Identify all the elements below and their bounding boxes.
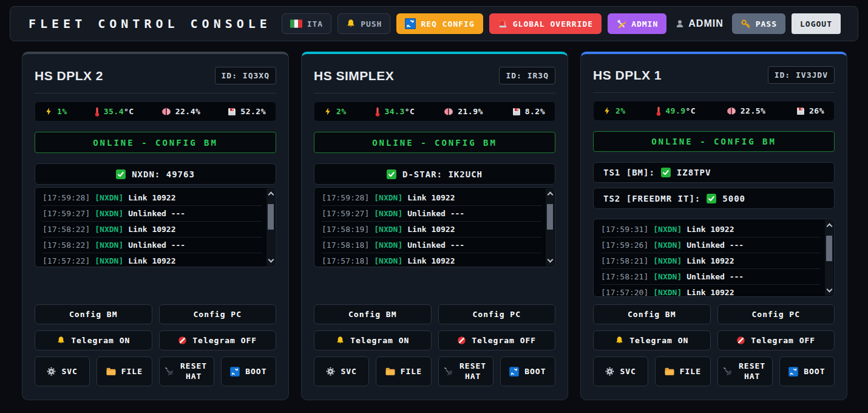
prohibited-icon (178, 336, 187, 345)
log-entry: [17:58:21][NXDN]Unlinked --- (601, 269, 821, 285)
svc-button[interactable]: SVC (314, 357, 369, 386)
thermometer-icon (656, 106, 661, 116)
file-button[interactable]: FILE (655, 357, 710, 386)
config-bm-button[interactable]: Config BM (593, 304, 711, 324)
prohibited-icon (736, 336, 745, 345)
device-cards: HS DPLX 2 ID: IQ3XQ 1% 35.4°C 22.4% 52.2… (22, 52, 847, 400)
header-actions: ITA PUSH REQ CONFIG GLOBAL OVERRIDE ADMI (282, 13, 841, 34)
log-entry: [17:58:22][NXDN]Link 10922 (42, 222, 262, 237)
temperature-stat: 35.4°C (95, 107, 134, 117)
req-config-button[interactable]: REQ CONFIG (396, 13, 483, 34)
folder-icon (385, 367, 395, 375)
check-icon (116, 169, 126, 179)
config-pc-button[interactable]: Config PC (159, 304, 277, 324)
telegram-off-button[interactable]: Telegram OFF (717, 330, 835, 350)
check-icon (387, 169, 396, 179)
reset-hat-button[interactable]: RESET HAT (159, 357, 214, 386)
log-scrollbar[interactable] (266, 188, 275, 266)
mode-indicator: D-STAR: IK2UCH (314, 163, 555, 185)
global-override-label: GLOBAL OVERRIDE (513, 19, 593, 29)
floppy-disk-icon (512, 108, 521, 116)
scrollbar-thumb[interactable] (547, 204, 553, 230)
push-label: PUSH (361, 19, 382, 29)
scrollbar-thumb[interactable] (826, 236, 832, 261)
cpu-stat: 21.9% (444, 107, 483, 116)
logout-button[interactable]: LOGOUT (792, 13, 841, 34)
device-id-badge: ID: IQ3XQ (215, 67, 276, 84)
reset-hat-button[interactable]: RESET HAT (717, 357, 773, 386)
log-pane: [17:59:28][NXDN]Link 10922 [17:59:27][NX… (314, 187, 555, 267)
scroll-down-icon[interactable] (826, 287, 832, 293)
card-actions: Config BM Config PC Telegram ON Telegram… (35, 297, 276, 386)
divider (314, 93, 555, 94)
floppy-disk-icon (228, 108, 236, 116)
app-header: FLEET CONTROL CONSOLE ITA PUSH REQ CONFI… (10, 6, 858, 41)
telegram-on-button[interactable]: Telegram ON (314, 330, 432, 350)
stats-bar: 2% 34.3°C 21.9% 8.2% (314, 101, 555, 121)
scroll-up-icon[interactable] (268, 192, 274, 198)
file-button[interactable]: FILE (97, 357, 152, 386)
folder-icon (106, 367, 116, 375)
boot-button[interactable]: BOOT (500, 357, 555, 386)
battery-stat: 1% (45, 107, 67, 116)
mode-indicator-ts2: TS2 [FREEDMR IT]: 5000 (593, 188, 835, 208)
ram-stat: 52.2% (228, 107, 266, 116)
language-button[interactable]: ITA (282, 13, 331, 34)
scroll-up-icon[interactable] (826, 223, 832, 229)
boot-sync-icon (509, 367, 519, 377)
user-badge-label: ADMIN (688, 18, 723, 29)
app-title: FLEET CONTROL CONSOLE (29, 16, 271, 31)
card-title: HS DPLX 2 (35, 69, 103, 82)
config-pc-button[interactable]: Config PC (438, 304, 556, 324)
log-scrollbar[interactable] (546, 188, 554, 266)
file-button[interactable]: FILE (376, 357, 431, 386)
telegram-on-button[interactable]: Telegram ON (593, 330, 711, 350)
push-button[interactable]: PUSH (337, 13, 390, 34)
svc-button[interactable]: SVC (593, 357, 648, 386)
bell-icon (346, 19, 356, 29)
log-scrollbar[interactable] (825, 220, 833, 296)
ram-stat: 8.2% (512, 107, 545, 116)
svc-button[interactable]: SVC (35, 357, 90, 386)
telegram-on-button[interactable]: Telegram ON (35, 330, 152, 350)
scrollbar-track (825, 231, 833, 285)
thermometer-icon (95, 107, 100, 117)
log-pane: [17:59:31][NXDN]Link 10922 [17:59:26][NX… (593, 219, 835, 297)
user-badge: ADMIN (673, 18, 725, 29)
bell-icon (336, 336, 345, 345)
device-card-hs-simplex: HS SIMPLEX ID: IR3Q 2% 34.3°C 21.9% 8.2%… (301, 52, 568, 400)
thermometer-icon (375, 107, 380, 117)
config-bm-button[interactable]: Config BM (35, 304, 152, 324)
status-banner: ONLINE - CONFIG BM (593, 131, 835, 152)
log-entry: [17:58:22][NXDN]Unlinked --- (42, 237, 262, 253)
lightning-icon (45, 107, 53, 116)
scroll-down-icon[interactable] (547, 257, 553, 263)
scroll-up-icon[interactable] (547, 192, 553, 198)
admin-panel-button[interactable]: ADMIN (608, 13, 666, 34)
boot-button[interactable]: BOOT (779, 357, 835, 386)
pass-button[interactable]: PASS (732, 13, 785, 34)
device-id-badge: ID: IR3Q (499, 67, 555, 84)
prohibited-icon (457, 336, 466, 345)
global-override-button[interactable]: GLOBAL OVERRIDE (489, 13, 602, 34)
scroll-down-icon[interactable] (268, 257, 274, 263)
boot-button[interactable]: BOOT (221, 357, 276, 386)
log-entry: [17:58:19][NXDN]Link 10922 (322, 222, 541, 237)
device-card-hs-dplx-1: HS DPLX 1 ID: IV3JDV 2% 49.9°C 22.5% 26%… (580, 52, 847, 400)
gear-icon (47, 367, 56, 376)
scrollbar-thumb[interactable] (268, 204, 274, 230)
config-bm-button[interactable]: Config BM (314, 304, 432, 324)
telegram-off-button[interactable]: Telegram OFF (438, 330, 556, 350)
plug-icon (444, 367, 453, 376)
brain-icon (444, 108, 453, 115)
check-icon (707, 194, 716, 203)
config-pc-button[interactable]: Config PC (717, 304, 835, 324)
reset-hat-button[interactable]: RESET HAT (438, 357, 493, 386)
mode-indicator: NXDN: 49763 (35, 163, 276, 185)
telegram-off-button[interactable]: Telegram OFF (159, 330, 277, 350)
sync-icon (405, 18, 416, 29)
boot-sync-icon (788, 367, 798, 377)
plug-icon (723, 367, 732, 376)
scrollbar-track (546, 199, 554, 255)
language-label: ITA (307, 19, 323, 29)
